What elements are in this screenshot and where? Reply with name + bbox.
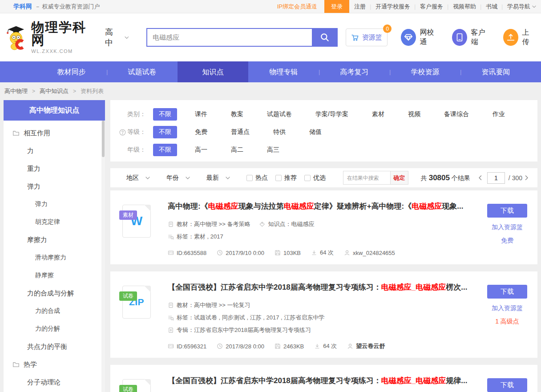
sidebar-item-hooke-law[interactable]: 胡克定律 xyxy=(4,213,105,231)
filter-chip-prep-综合[interactable]: 备课综合 xyxy=(438,108,475,121)
folder-icon xyxy=(12,129,20,137)
school-service-link[interactable]: 开通学校服务 xyxy=(371,0,415,13)
sidebar-item-gravity[interactable]: 重力 xyxy=(4,160,105,178)
xueyi-nav-link[interactable]: 学易导航 xyxy=(502,0,541,13)
sidebar-scrollbar[interactable] xyxy=(101,121,105,392)
wangxiaotong-link[interactable]: 网校通 xyxy=(401,28,439,47)
scrollbar-thumb[interactable] xyxy=(102,121,105,157)
bookstore-link[interactable]: 书城 xyxy=(481,0,502,13)
sidebar-item-force[interactable]: 力 xyxy=(4,142,105,160)
filter-chip-courseware[interactable]: 课件 xyxy=(189,108,213,121)
page-number-input[interactable] xyxy=(487,172,505,184)
filter-chip-stored-value[interactable]: 储值 xyxy=(303,126,327,138)
sidebar-item-friction[interactable]: 摩擦力 xyxy=(4,231,105,249)
confirm-button[interactable]: 确定 xyxy=(390,171,408,184)
uploader: 望云卷云舒 xyxy=(347,342,385,350)
recommend-checkbox[interactable]: 推荐 xyxy=(275,174,297,182)
result-title-link[interactable]: 【全国百强校】江苏省启东中学2018届高考物理复习专项练习：电磁感应_电磁感应楞… xyxy=(168,282,481,293)
next-page-button[interactable] xyxy=(522,175,531,180)
login-button[interactable]: 登录 xyxy=(324,0,349,13)
filter-chip-study-case[interactable]: 学案/导学案 xyxy=(310,108,354,121)
prev-page-button[interactable] xyxy=(476,175,484,180)
sidebar-item-force-composition[interactable]: 力的合成与分解 xyxy=(4,284,105,302)
filter-chip-special[interactable]: 特供 xyxy=(267,126,291,138)
page-fold-decoration xyxy=(144,379,151,386)
result-title-link[interactable]: 高中物理:《电磁感应现象与法拉第电磁感应定律》疑难辨析+高中物理:《电磁感应现象… xyxy=(168,201,481,212)
search-in-results-input[interactable] xyxy=(343,171,390,184)
brand-tagline: － 权威专业教育资源门户 xyxy=(35,3,100,11)
nav-tab-school-resources[interactable]: 学校资源 xyxy=(390,61,460,82)
filter-chip-material[interactable]: 素材 xyxy=(366,108,390,121)
cart-icon xyxy=(351,34,359,41)
nav-tab-physics-albums[interactable]: 物理专辑 xyxy=(248,61,319,82)
filter-chip-homework[interactable]: 作业 xyxy=(487,108,511,121)
main-area: 高中物理知识点 相互作用 力 重力 弹力 弹力 胡克定律 摩擦力 滑动摩擦力 静… xyxy=(0,100,541,392)
basket-count-badge: 0 xyxy=(383,24,392,33)
site-header: 物理学科网 WL.ZXXK.COM 高中 资源篮 0 网校通 客户端 上传 xyxy=(0,13,541,61)
nav-tab-exam-papers[interactable]: 试题试卷 xyxy=(107,61,178,82)
search-button[interactable] xyxy=(312,28,338,47)
download-icon xyxy=(311,250,317,256)
id-card-icon xyxy=(168,343,174,349)
breadcrumb-item[interactable]: 高中知识点 xyxy=(28,87,69,95)
filter-chip-lesson-plan[interactable]: 教案 xyxy=(225,108,249,121)
add-to-basket-link[interactable]: 加入资源篮 xyxy=(485,223,529,231)
sidebar-item-sliding-friction[interactable]: 滑动摩擦力 xyxy=(4,249,105,267)
sidebar-item-concurrent-force-balance[interactable]: 共点力的平衡 xyxy=(4,338,105,356)
video-help-link[interactable]: 视频帮助 xyxy=(448,0,481,13)
filter-chip-grade-10[interactable]: 高一 xyxy=(189,144,213,156)
filter-chip-exam-paper[interactable]: 试题试卷 xyxy=(261,108,298,121)
filter-chip-category-any[interactable]: 不限 xyxy=(153,108,177,121)
nav-tab-textbook-sync[interactable]: 教材同步 xyxy=(36,61,107,82)
search-input[interactable] xyxy=(146,28,312,47)
file-size-value: 103KB xyxy=(283,250,301,256)
filter-chip-normal-point[interactable]: 普通点 xyxy=(225,126,255,138)
nav-tab-knowledge-points[interactable]: 知识点 xyxy=(178,61,248,82)
tags-list-icon xyxy=(168,234,174,240)
year-dropdown[interactable]: 年份 xyxy=(166,174,190,182)
filter-chip-grade-11[interactable]: 高二 xyxy=(225,144,249,156)
sidebar-item-static-friction[interactable]: 静摩擦 xyxy=(4,267,105,284)
site-logo[interactable]: 物理学科网 WL.ZXXK.COM xyxy=(4,21,93,54)
checkbox-icon xyxy=(275,175,282,181)
chevron-down-icon xyxy=(125,36,129,39)
site-domain: WL.ZXXK.COM xyxy=(31,48,93,54)
upload-link[interactable]: 上传 xyxy=(503,28,535,47)
resource-basket-button[interactable]: 资源篮 xyxy=(346,28,388,46)
sort-dropdown[interactable]: 最新 xyxy=(206,174,230,182)
nav-tab-news[interactable]: 资讯要闻 xyxy=(460,61,531,82)
help-icon[interactable] xyxy=(119,129,126,136)
region-dropdown[interactable]: 地区 xyxy=(126,174,150,182)
sidebar-item-elastic-force-sub[interactable]: 弹力 xyxy=(4,195,105,213)
filter-label: 年级： xyxy=(127,146,153,154)
register-link[interactable]: 注册 xyxy=(349,0,371,13)
nav-tab-gaokao-review[interactable]: 高考复习 xyxy=(319,61,390,82)
client-app-link[interactable]: 客户端 xyxy=(452,28,490,47)
ip-member-channel-link[interactable]: IP绑定会员通道 xyxy=(270,0,324,13)
customer-service-link[interactable]: 客户服务 xyxy=(415,0,448,13)
filter-chip-video[interactable]: 视频 xyxy=(402,108,426,121)
sidebar-item-force-synthesis[interactable]: 力的合成 xyxy=(4,302,105,320)
add-to-basket-link[interactable]: 加入资源篮 xyxy=(485,304,529,312)
sidebar-item-force-decomposition[interactable]: 力的分解 xyxy=(4,320,105,338)
paper-badge: 试卷 xyxy=(119,385,137,392)
id-card-icon xyxy=(168,250,174,256)
zxxk-brand-link[interactable]: 学科网 xyxy=(13,3,32,11)
hot-checkbox[interactable]: 热点 xyxy=(246,174,268,182)
download-button[interactable]: 下载 xyxy=(487,378,527,392)
sidebar-item-molecular-kinetics[interactable]: 分子动理论 xyxy=(4,373,105,391)
preferred-checkbox[interactable]: 优选 xyxy=(304,174,326,182)
download-button[interactable]: 下载 xyxy=(487,285,527,299)
result-title-link[interactable]: 【全国百强校】江苏省启东中学2018届高考物理复习专项练习：电磁感应_电磁感应规… xyxy=(168,376,481,386)
filter-chip-level-any[interactable]: 不限 xyxy=(153,126,177,138)
filter-chip-grade-any[interactable]: 不限 xyxy=(153,144,177,156)
download-button[interactable]: 下载 xyxy=(487,204,527,218)
sidebar-item-elastic-force[interactable]: 弹力 xyxy=(4,178,105,195)
sidebar-item-thermodynamics[interactable]: 热学 xyxy=(4,356,105,373)
tags-value: 素材 , 2017 xyxy=(194,233,223,241)
filter-chip-free[interactable]: 免费 xyxy=(189,126,213,138)
filter-chip-grade-12[interactable]: 高三 xyxy=(261,144,285,156)
stage-selector[interactable]: 高中 xyxy=(105,27,129,48)
sidebar-item-interaction[interactable]: 相互作用 xyxy=(4,124,105,142)
breadcrumb-item[interactable]: 高中物理 xyxy=(4,87,28,95)
